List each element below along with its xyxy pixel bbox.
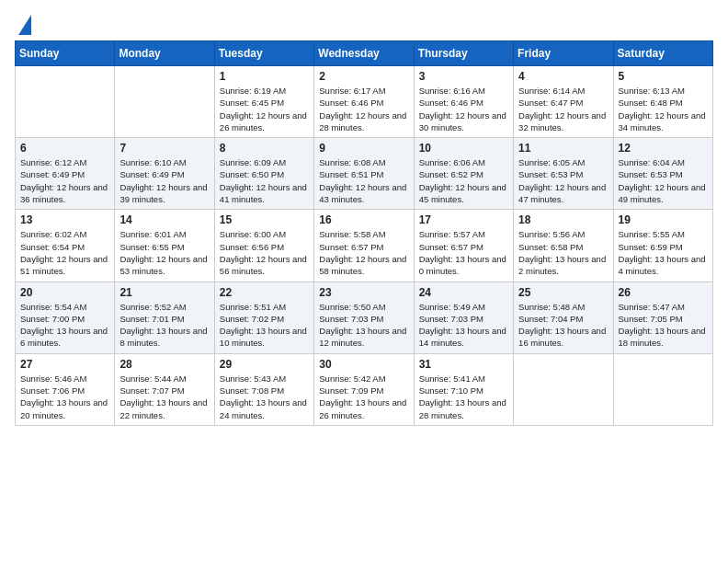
day-number: 16 [319, 213, 408, 226]
cell-info: Sunrise: 5:49 AMSunset: 7:03 PMDaylight:… [419, 301, 508, 350]
day-number: 19 [619, 213, 708, 226]
cell-info: Sunrise: 5:43 AMSunset: 7:08 PMDaylight:… [220, 373, 309, 421]
calendar-cell: 18Sunrise: 5:56 AMSunset: 6:58 PMDayligh… [514, 210, 613, 282]
day-number: 24 [419, 286, 508, 299]
cell-info: Sunrise: 6:00 AMSunset: 6:56 PMDaylight:… [220, 228, 309, 277]
calendar-cell: 5Sunrise: 6:13 AMSunset: 6:48 PMDaylight… [613, 66, 712, 138]
calendar-cell: 9Sunrise: 6:08 AMSunset: 6:51 PMDaylight… [314, 138, 414, 210]
day-number: 25 [518, 286, 608, 299]
cell-info: Sunrise: 5:57 AMSunset: 6:57 PMDaylight:… [419, 228, 508, 277]
day-number: 11 [518, 142, 608, 155]
calendar-cell: 15Sunrise: 6:00 AMSunset: 6:56 PMDayligh… [214, 210, 313, 282]
calendar-cell: 17Sunrise: 5:57 AMSunset: 6:57 PMDayligh… [414, 210, 513, 282]
cell-info: Sunrise: 5:48 AMSunset: 7:04 PMDaylight:… [518, 301, 608, 350]
calendar-cell: 8Sunrise: 6:09 AMSunset: 6:50 PMDaylight… [214, 138, 313, 210]
cell-info: Sunrise: 5:55 AMSunset: 6:59 PMDaylight:… [619, 228, 708, 277]
cell-info: Sunrise: 5:44 AMSunset: 7:07 PMDaylight:… [119, 373, 209, 421]
day-number: 13 [20, 213, 109, 226]
calendar-cell: 2Sunrise: 6:17 AMSunset: 6:46 PMDaylight… [314, 66, 414, 138]
day-number: 21 [119, 286, 209, 299]
cell-info: Sunrise: 5:51 AMSunset: 7:02 PMDaylight:… [220, 301, 309, 350]
col-header-wednesday: Wednesday [314, 41, 414, 66]
calendar-week-2: 6Sunrise: 6:12 AMSunset: 6:49 PMDaylight… [16, 138, 713, 210]
calendar-cell: 14Sunrise: 6:01 AMSunset: 6:55 PMDayligh… [115, 210, 214, 282]
cell-info: Sunrise: 5:47 AMSunset: 7:05 PMDaylight:… [619, 301, 708, 350]
calendar-cell: 26Sunrise: 5:47 AMSunset: 7:05 PMDayligh… [613, 282, 712, 353]
calendar-cell [514, 353, 613, 425]
cell-info: Sunrise: 6:10 AMSunset: 6:49 PMDaylight:… [119, 156, 209, 205]
day-number: 28 [119, 358, 209, 371]
day-number: 26 [619, 286, 708, 299]
col-header-thursday: Thursday [414, 41, 513, 66]
page-header [15, 15, 713, 31]
day-number: 10 [419, 142, 508, 155]
day-number: 2 [319, 70, 408, 83]
calendar-cell: 24Sunrise: 5:49 AMSunset: 7:03 PMDayligh… [414, 282, 513, 353]
calendar-week-4: 20Sunrise: 5:54 AMSunset: 7:00 PMDayligh… [16, 282, 713, 353]
day-number: 4 [518, 70, 608, 83]
calendar-cell: 30Sunrise: 5:42 AMSunset: 7:09 PMDayligh… [314, 353, 414, 425]
cell-info: Sunrise: 6:17 AMSunset: 6:46 PMDaylight:… [319, 85, 408, 133]
cell-info: Sunrise: 6:13 AMSunset: 6:48 PMDaylight:… [619, 85, 708, 133]
cell-info: Sunrise: 5:41 AMSunset: 7:10 PMDaylight:… [419, 373, 508, 421]
cell-info: Sunrise: 5:50 AMSunset: 7:03 PMDaylight:… [319, 301, 408, 350]
calendar-cell: 20Sunrise: 5:54 AMSunset: 7:00 PMDayligh… [16, 282, 115, 353]
calendar-cell: 19Sunrise: 5:55 AMSunset: 6:59 PMDayligh… [613, 210, 712, 282]
cell-info: Sunrise: 5:52 AMSunset: 7:01 PMDaylight:… [119, 301, 209, 350]
calendar-cell: 21Sunrise: 5:52 AMSunset: 7:01 PMDayligh… [115, 282, 214, 353]
calendar-cell: 6Sunrise: 6:12 AMSunset: 6:49 PMDaylight… [16, 138, 115, 210]
calendar-cell: 27Sunrise: 5:46 AMSunset: 7:06 PMDayligh… [16, 353, 115, 425]
day-number: 29 [220, 358, 309, 371]
calendar-header-row: SundayMondayTuesdayWednesdayThursdayFrid… [16, 41, 713, 66]
cell-info: Sunrise: 6:14 AMSunset: 6:47 PMDaylight:… [518, 85, 608, 133]
day-number: 9 [319, 142, 408, 155]
calendar-cell: 29Sunrise: 5:43 AMSunset: 7:08 PMDayligh… [214, 353, 313, 425]
calendar-cell [16, 66, 115, 138]
day-number: 17 [419, 213, 508, 226]
col-header-friday: Friday [514, 41, 613, 66]
calendar-cell: 10Sunrise: 6:06 AMSunset: 6:52 PMDayligh… [414, 138, 513, 210]
logo-triangle-icon [18, 15, 31, 35]
cell-info: Sunrise: 5:54 AMSunset: 7:00 PMDaylight:… [20, 301, 109, 350]
cell-info: Sunrise: 6:16 AMSunset: 6:46 PMDaylight:… [419, 85, 508, 133]
cell-info: Sunrise: 6:08 AMSunset: 6:51 PMDaylight:… [319, 156, 408, 205]
calendar-cell [613, 353, 712, 425]
cell-info: Sunrise: 5:42 AMSunset: 7:09 PMDaylight:… [319, 373, 408, 421]
logo [15, 15, 31, 31]
day-number: 30 [319, 358, 408, 371]
day-number: 3 [419, 70, 508, 83]
day-number: 6 [20, 142, 109, 155]
cell-info: Sunrise: 6:05 AMSunset: 6:53 PMDaylight:… [518, 156, 608, 205]
day-number: 31 [419, 358, 508, 371]
cell-info: Sunrise: 6:02 AMSunset: 6:54 PMDaylight:… [20, 228, 109, 277]
day-number: 14 [119, 213, 209, 226]
cell-info: Sunrise: 6:19 AMSunset: 6:45 PMDaylight:… [220, 85, 309, 133]
day-number: 20 [20, 286, 109, 299]
calendar-cell: 1Sunrise: 6:19 AMSunset: 6:45 PMDaylight… [214, 66, 313, 138]
calendar-week-3: 13Sunrise: 6:02 AMSunset: 6:54 PMDayligh… [16, 210, 713, 282]
col-header-sunday: Sunday [16, 41, 115, 66]
day-number: 7 [119, 142, 209, 155]
calendar-cell: 11Sunrise: 6:05 AMSunset: 6:53 PMDayligh… [514, 138, 613, 210]
calendar-cell: 3Sunrise: 6:16 AMSunset: 6:46 PMDaylight… [414, 66, 513, 138]
cell-info: Sunrise: 6:01 AMSunset: 6:55 PMDaylight:… [119, 228, 209, 277]
col-header-saturday: Saturday [613, 41, 712, 66]
day-number: 5 [619, 70, 708, 83]
cell-info: Sunrise: 6:06 AMSunset: 6:52 PMDaylight:… [419, 156, 508, 205]
day-number: 23 [319, 286, 408, 299]
day-number: 1 [220, 70, 309, 83]
col-header-tuesday: Tuesday [214, 41, 313, 66]
calendar-cell: 25Sunrise: 5:48 AMSunset: 7:04 PMDayligh… [514, 282, 613, 353]
calendar-week-5: 27Sunrise: 5:46 AMSunset: 7:06 PMDayligh… [16, 353, 713, 425]
calendar-cell: 28Sunrise: 5:44 AMSunset: 7:07 PMDayligh… [115, 353, 214, 425]
day-number: 27 [20, 358, 109, 371]
calendar-week-1: 1Sunrise: 6:19 AMSunset: 6:45 PMDaylight… [16, 66, 713, 138]
day-number: 18 [518, 213, 608, 226]
day-number: 15 [220, 213, 309, 226]
calendar-cell: 13Sunrise: 6:02 AMSunset: 6:54 PMDayligh… [16, 210, 115, 282]
cell-info: Sunrise: 5:58 AMSunset: 6:57 PMDaylight:… [319, 228, 408, 277]
day-number: 8 [220, 142, 309, 155]
day-number: 12 [619, 142, 708, 155]
col-header-monday: Monday [115, 41, 214, 66]
calendar-cell: 31Sunrise: 5:41 AMSunset: 7:10 PMDayligh… [414, 353, 513, 425]
